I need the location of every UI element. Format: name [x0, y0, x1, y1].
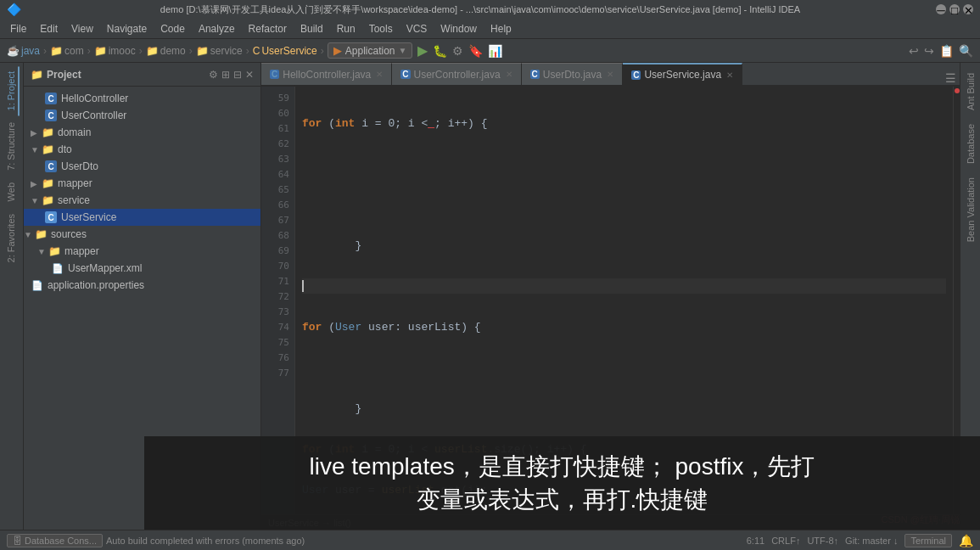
tree-item-hellocontroller[interactable]: C HelloController	[24, 90, 260, 107]
right-panel-ant-build[interactable]: Ant Build	[964, 66, 977, 117]
tab-close-userservice[interactable]: ✕	[726, 70, 733, 80]
status-bar: 🗄 Database Cons... Auto build completed …	[0, 530, 980, 550]
menu-code[interactable]: Code	[154, 21, 192, 36]
tree-item-sources[interactable]: ▼ 📁 sources	[24, 226, 260, 243]
sidebar-item-favorites[interactable]: 2: Favorites	[4, 209, 20, 267]
breadcrumb-app[interactable]: ▶ Application ▼	[328, 42, 413, 59]
sep2: ›	[87, 45, 91, 57]
status-encoding[interactable]: UTF-8↑	[807, 536, 838, 546]
breadcrumb-service[interactable]: service	[210, 45, 243, 57]
tree-item-mapper-sub[interactable]: ▼ 📁 mapper	[24, 243, 260, 260]
code-line-66: }	[302, 401, 946, 416]
tree-item-userdto[interactable]: C UserDto	[24, 158, 260, 175]
status-auto-build: Auto build completed with errors (moment…	[106, 536, 305, 546]
menu-file[interactable]: File	[3, 21, 33, 36]
sidebar-item-web[interactable]: Web	[4, 177, 20, 206]
error-indicator	[955, 88, 960, 93]
sep5: ›	[246, 45, 249, 57]
tree-item-userservice[interactable]: C UserService	[24, 209, 260, 226]
menu-view[interactable]: View	[64, 21, 100, 36]
menu-navigate[interactable]: Navigate	[100, 21, 154, 36]
build-icon[interactable]: ⚙	[452, 44, 463, 58]
tree-item-domain[interactable]: ▶ 📁 domain	[24, 124, 260, 141]
tab-userdto[interactable]: C UserDto.java ✕	[522, 63, 624, 85]
panel-settings-icon[interactable]: ⚙	[209, 69, 218, 81]
maximize-button[interactable]: □	[949, 4, 960, 14]
menu-vcs[interactable]: VCS	[400, 21, 434, 36]
terminal-button[interactable]: Terminal	[904, 534, 952, 547]
app-label: Application	[345, 45, 395, 57]
redo-icon[interactable]: ↪	[924, 44, 934, 58]
menu-bar: File Edit View Navigate Code Analyze Ref…	[0, 19, 980, 39]
database-console-button[interactable]: 🗄 Database Cons...	[7, 534, 103, 547]
sep6: ›	[321, 45, 324, 57]
panel-collapse-icon[interactable]: ⊟	[233, 69, 242, 81]
notification-icon[interactable]: 🔔	[959, 534, 973, 547]
menu-window[interactable]: Window	[434, 21, 484, 36]
tab-hellocontroller[interactable]: C HelloController.java ✕	[261, 63, 392, 85]
menu-refactor[interactable]: Refactor	[242, 21, 294, 36]
toolbar-icons: ▶ 🐛 ⚙ 🔖 📊	[417, 42, 502, 59]
menu-edit[interactable]: Edit	[33, 21, 64, 36]
breadcrumb-bar: ☕ java › 📁 com › 📁 imooc › 📁 demo › 📁 se…	[0, 39, 980, 63]
sep1: ›	[43, 45, 47, 57]
status-right: 6:11 CRLF↑ UTF-8↑ Git: master ↓ Terminal…	[747, 534, 973, 547]
tab-close-userdto[interactable]: ✕	[607, 70, 613, 79]
tree-item-dto[interactable]: ▼ 📁 dto	[24, 141, 260, 158]
undo-icon[interactable]: ↩	[909, 44, 919, 58]
status-position[interactable]: 6:11	[747, 536, 764, 546]
copy-icon[interactable]: 📋	[939, 44, 954, 58]
tab-close-hello[interactable]: ✕	[376, 70, 383, 79]
tree-item-service[interactable]: ▼ 📁 service	[24, 192, 260, 209]
panel-toolbar: ⚙ ⊞ ⊟ ✕	[209, 69, 254, 81]
menu-analyze[interactable]: Analyze	[192, 21, 242, 36]
panel-expand-icon[interactable]: ⊞	[221, 69, 230, 81]
menu-run[interactable]: Run	[330, 21, 362, 36]
status-git[interactable]: Git: master ↓	[845, 536, 898, 546]
window-title: demo [D:\慕课网\开发工具idea从入门到爱不释手\workspace\…	[31, 3, 929, 16]
editor-tabs: C HelloController.java ✕ C UserControlle…	[261, 63, 960, 87]
status-line-sep[interactable]: CRLF↑	[771, 536, 800, 546]
code-line-64: for (User user: userList) {	[302, 319, 946, 334]
tab-userservice[interactable]: C UserService.java ✕	[623, 63, 742, 85]
run-icon[interactable]: ▶	[417, 42, 428, 59]
tab-close-usercontroller[interactable]: ✕	[506, 70, 512, 79]
breadcrumb-java-label[interactable]: java	[21, 45, 40, 57]
tree-item-application-props[interactable]: 📄 application.properties	[24, 277, 260, 294]
database-icon: 🗄	[13, 536, 22, 546]
code-line-61	[302, 197, 946, 212]
status-left: 🗄 Database Cons... Auto build completed …	[7, 534, 740, 547]
tree-item-usermapper-xml[interactable]: 📄 UserMapper.xml	[24, 260, 260, 277]
sidebar-item-structure[interactable]: 7: Structure	[4, 117, 20, 176]
bookmark-icon[interactable]: 🔖	[468, 44, 483, 58]
breadcrumb-imooc[interactable]: imooc	[109, 45, 136, 57]
sep4: ›	[189, 45, 193, 57]
sep3: ›	[139, 45, 143, 57]
menu-build[interactable]: Build	[294, 21, 330, 36]
window-controls: ─ □ ✕	[936, 4, 973, 14]
project-title: Project	[47, 69, 81, 81]
menu-tools[interactable]: Tools	[362, 21, 400, 36]
breadcrumb-userservice[interactable]: UserService	[261, 45, 316, 57]
menu-help[interactable]: Help	[484, 21, 518, 36]
close-button[interactable]: ✕	[963, 4, 973, 14]
title-bar: 🔷 demo [D:\慕课网\开发工具idea从入门到爱不释手\workspac…	[0, 0, 980, 19]
breadcrumb-java[interactable]: ☕	[7, 45, 20, 57]
tree-item-mapper[interactable]: ▶ 📁 mapper	[24, 175, 260, 192]
code-line-65	[302, 360, 946, 375]
tree-item-usercontroller[interactable]: C UserController	[24, 107, 260, 124]
app-window: 🔷 demo [D:\慕课网\开发工具idea从入门到爱不释手\workspac…	[0, 0, 980, 550]
debug-icon[interactable]: 🐛	[433, 44, 447, 58]
overlay-text: live templates，是直接打快捷键； postfix，先打 变量或表达…	[310, 450, 815, 516]
profile-icon[interactable]: 📊	[488, 44, 502, 58]
editor-settings-icon[interactable]: ☰	[945, 71, 956, 85]
tab-usercontroller[interactable]: C UserController.java ✕	[392, 63, 521, 85]
breadcrumb-demo[interactable]: demo	[160, 45, 186, 57]
panel-close-icon[interactable]: ✕	[245, 69, 254, 81]
sidebar-item-project[interactable]: 1: Project	[4, 66, 20, 115]
breadcrumb-com[interactable]: com	[64, 45, 84, 57]
right-panel-database[interactable]: Database	[964, 117, 977, 171]
minimize-button[interactable]: ─	[936, 4, 946, 14]
right-panel-bean-validation[interactable]: Bean Validation	[964, 171, 977, 249]
search-icon[interactable]: 🔍	[959, 44, 973, 58]
